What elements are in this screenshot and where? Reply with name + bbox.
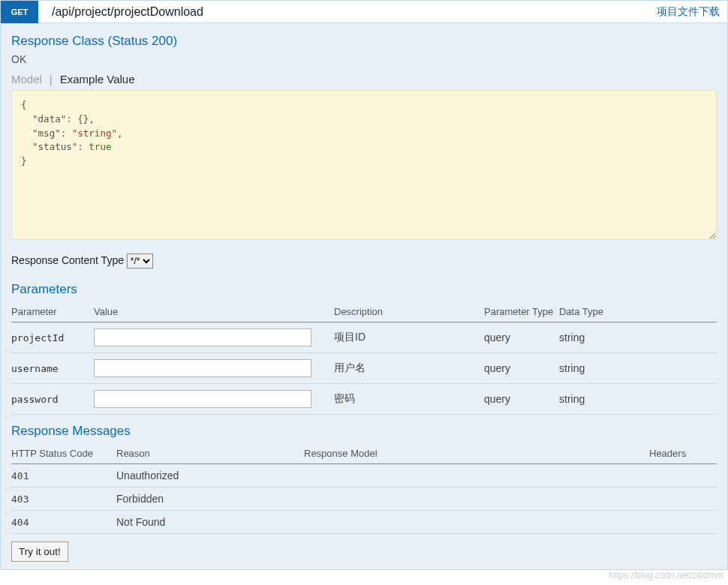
response-content-type-select[interactable]: */* xyxy=(127,254,153,268)
col-value: Value xyxy=(94,302,334,322)
col-parameter-type: Parameter Type xyxy=(484,302,559,322)
endpoint-path: /api/project/projectDownload xyxy=(38,5,657,19)
status-code: 404 xyxy=(11,511,116,534)
col-description: Description xyxy=(334,302,484,322)
status-code: 401 xyxy=(11,464,116,488)
operation-heading[interactable]: GET /api/project/projectDownload 项目文件下载 xyxy=(1,1,727,23)
response-messages-header-row: HTTP Status Code Reason Response Model H… xyxy=(11,443,717,464)
response-model xyxy=(304,511,649,534)
param-value-cell xyxy=(94,384,334,415)
table-row: projectId项目IDquerystring xyxy=(11,322,717,353)
response-content-type-row: Response Content Type */* xyxy=(11,254,717,268)
response-tabs: Model | Example Value xyxy=(11,73,717,86)
response-headers xyxy=(649,511,717,534)
response-model xyxy=(304,488,649,511)
try-it-out-button[interactable]: Try it out! xyxy=(11,542,68,562)
param-data-type: string xyxy=(559,384,717,415)
table-row: username用户名querystring xyxy=(11,353,717,384)
col-parameter: Parameter xyxy=(11,302,94,322)
response-messages-table: HTTP Status Code Reason Response Model H… xyxy=(11,443,717,534)
reason: Not Found xyxy=(116,511,304,534)
operation-panel: GET /api/project/projectDownload 项目文件下载 … xyxy=(0,0,728,570)
operation-body: Response Class (Status 200) OK Model | E… xyxy=(1,23,727,569)
table-row: password密码querystring xyxy=(11,384,717,415)
response-headers xyxy=(649,488,717,511)
example-json-box[interactable]: { "data": {}, "msg": "string", "status":… xyxy=(11,90,717,240)
param-type: query xyxy=(484,353,559,384)
response-class-title: Response Class (Status 200) xyxy=(11,34,717,49)
table-row: 403Forbidden xyxy=(11,488,717,511)
tab-model[interactable]: Model xyxy=(11,73,48,86)
param-input-username[interactable] xyxy=(94,359,311,377)
operation-summary-link[interactable]: 项目文件下载 xyxy=(657,5,727,19)
response-messages-title: Response Messages xyxy=(11,424,717,439)
parameters-header-row: Parameter Value Description Parameter Ty… xyxy=(11,302,717,322)
param-type: query xyxy=(484,322,559,353)
param-input-password[interactable] xyxy=(94,390,311,408)
reason: Unauthorized xyxy=(116,464,304,488)
status-code: 403 xyxy=(11,488,116,511)
response-model xyxy=(304,464,649,488)
col-reason: Reason xyxy=(116,443,304,464)
param-name: password xyxy=(11,384,94,415)
param-name: projectId xyxy=(11,322,94,353)
param-data-type: string xyxy=(559,353,717,384)
http-method-badge: GET xyxy=(1,1,38,23)
param-data-type: string xyxy=(559,322,717,353)
tab-separator: | xyxy=(50,73,59,86)
param-input-projectId[interactable] xyxy=(94,328,311,346)
col-headers: Headers xyxy=(649,443,717,464)
col-data-type: Data Type xyxy=(559,302,717,322)
param-description: 用户名 xyxy=(334,353,484,384)
response-headers xyxy=(649,464,717,488)
parameters-title: Parameters xyxy=(11,282,717,297)
parameters-table: Parameter Value Description Parameter Ty… xyxy=(11,302,717,415)
param-type: query xyxy=(484,384,559,415)
col-response-model: Response Model xyxy=(304,443,649,464)
param-value-cell xyxy=(94,353,334,384)
response-content-type-label: Response Content Type xyxy=(11,254,124,266)
reason: Forbidden xyxy=(116,488,304,511)
table-row: 401Unauthorized xyxy=(11,464,717,488)
table-row: 404Not Found xyxy=(11,511,717,534)
tab-example-value[interactable]: Example Value xyxy=(60,73,141,86)
param-value-cell xyxy=(94,322,334,353)
param-name: username xyxy=(11,353,94,384)
param-description: 项目ID xyxy=(334,322,484,353)
col-http-status-code: HTTP Status Code xyxy=(11,443,116,464)
response-status-text: OK xyxy=(11,53,717,65)
param-description: 密码 xyxy=(334,384,484,415)
